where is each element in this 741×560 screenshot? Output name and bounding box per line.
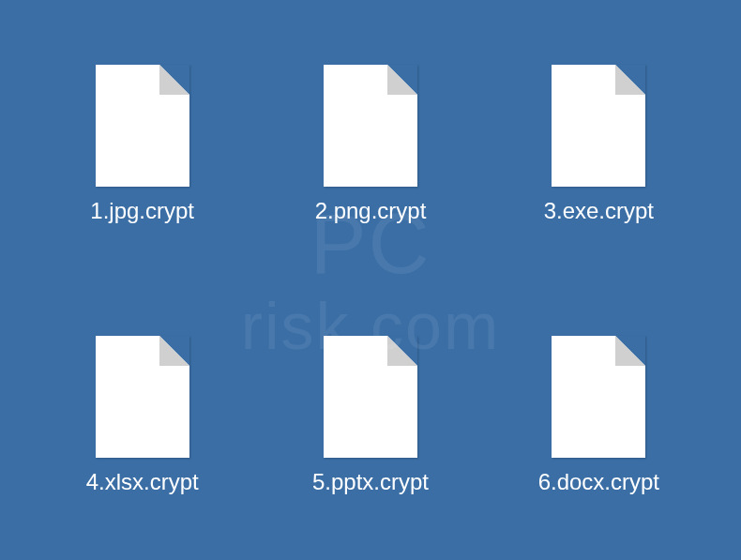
file-item[interactable]: 4.xlsx.crypt [82,331,204,500]
file-label: 2.png.crypt [315,198,427,224]
file-label: 6.docx.crypt [538,469,659,495]
file-label: 3.exe.crypt [544,198,654,224]
file-icon [552,65,645,187]
file-label: 5.pptx.crypt [312,469,429,495]
file-icon [324,65,417,187]
file-item[interactable]: 2.png.crypt [310,60,431,229]
file-item[interactable]: 1.jpg.crypt [85,60,199,229]
file-icon [96,336,189,458]
file-item[interactable]: 3.exe.crypt [539,60,658,229]
file-item[interactable]: 6.docx.crypt [534,331,664,500]
file-icon [324,336,417,458]
file-item[interactable]: 5.pptx.crypt [308,331,433,500]
file-label: 1.jpg.crypt [90,198,194,224]
file-icon [552,336,645,458]
file-label: 4.xlsx.crypt [86,469,199,495]
desktop-area: 1.jpg.crypt 2.png.crypt 3.exe.crypt 4.xl… [0,0,741,560]
file-icon [96,65,189,187]
